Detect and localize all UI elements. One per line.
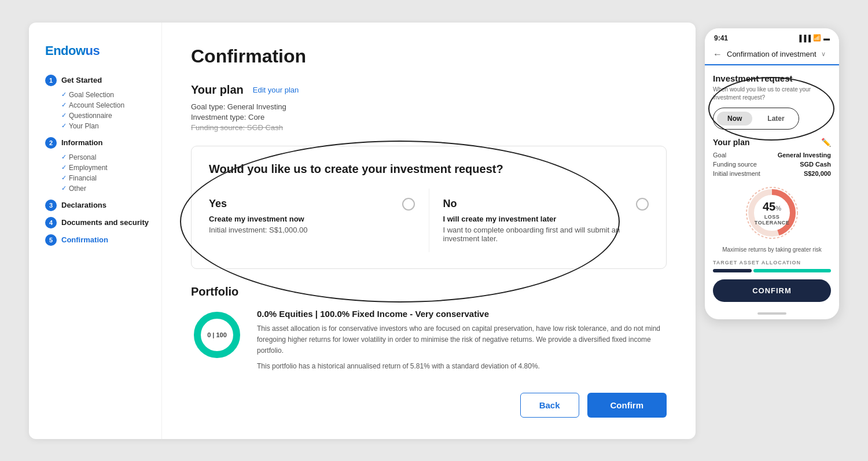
logo: Endowus [45, 43, 150, 58]
check-icon-4: ✓ [61, 122, 67, 130]
check-icon-3: ✓ [61, 112, 67, 119]
mobile-mockup: 9:41 ▐▐▐ 📶 ▬ ← Confirmation of investmen… [705, 28, 839, 319]
step-label-3: Declarations [61, 201, 106, 209]
mobile-options-row: Now Later [713, 108, 799, 130]
check-icon-5: ✓ [61, 153, 67, 161]
portfolio-desc1: This asset allocation is for conservativ… [257, 323, 667, 357]
no-option-content: No I will create my investment later I w… [443, 198, 637, 243]
status-icons: ▐▐▐ 📶 ▬ [797, 34, 830, 42]
yes-radio[interactable] [402, 198, 415, 211]
check-icon-8: ✓ [61, 185, 67, 192]
confirm-button[interactable]: Confirm [587, 393, 667, 418]
mobile-back-arrow[interactable]: ← [713, 49, 722, 60]
mobile-donut-loss-label: LOSS [755, 213, 789, 219]
mobile-donut-percent: 45 [763, 200, 775, 212]
mobile-plan-label-1: Funding source [713, 161, 757, 168]
no-subtitle: I will create my investment later [443, 215, 637, 223]
options-row: Yes Create my investment now Initial inv… [209, 189, 649, 252]
mobile-plan-value-2: S$20,000 [804, 170, 831, 177]
mobile-plan-value-0: General Investing [778, 152, 831, 158]
bottom-actions: Back Confirm [191, 393, 667, 418]
step-label-5: Confirmation [61, 235, 108, 244]
step-label-1: Get Started [61, 76, 102, 84]
mobile-investment-desc: When would you like us to create your in… [713, 86, 831, 102]
mobile-home-indicator [757, 312, 786, 315]
mobile-later-button[interactable]: Later [757, 112, 795, 126]
mobile-donut-center: 45% LOSS TOLERANCE [755, 200, 789, 225]
investment-type: Investment type: Core [191, 113, 667, 121]
portfolio-desc2: This portfolio has a historical annualis… [257, 361, 667, 372]
check-icon-6: ✓ [61, 164, 67, 171]
edit-plan-link[interactable]: Edit your plan [253, 86, 299, 94]
step-circle-2: 2 [45, 137, 57, 149]
donut-center-label: 0 | 100 [207, 331, 227, 338]
yes-option[interactable]: Yes Create my investment now Initial inv… [209, 189, 429, 252]
no-option[interactable]: No I will create my investment later I w… [429, 189, 649, 252]
yes-desc: Initial investment: S$1,000.00 [209, 226, 402, 234]
mobile-time: 9:41 [714, 34, 728, 42]
subitem-account-selection: ✓ Account Selection [61, 100, 150, 110]
mobile-nav-title: Confirmation of investment [727, 50, 816, 58]
mobile-donut-chart: 45% LOSS TOLERANCE [743, 184, 801, 242]
mobile-bar-teal [753, 269, 831, 272]
mobile-donut-super: % [775, 204, 781, 211]
nav-step-3: 3 Declarations [45, 200, 150, 211]
wifi-icon: 📶 [813, 34, 821, 42]
subitem-goal-selection: ✓ Goal Selection [61, 90, 150, 100]
mobile-your-plan: Your plan ✏️ Goal General Investing Fund… [713, 138, 831, 177]
portfolio-card: 0 | 100 0.0% Equities | 100.0% Fixed Inc… [191, 309, 667, 377]
portfolio-title: Portfolio [191, 285, 667, 298]
donut-chart: 0 | 100 [191, 309, 243, 361]
no-radio[interactable] [636, 198, 649, 211]
check-icon-7: ✓ [61, 174, 67, 182]
battery-icon: ▬ [823, 35, 830, 42]
allocation-title: 0.0% Equities | 100.0% Fixed Income - Ve… [257, 309, 667, 319]
mobile-donut-wrapper: 45% LOSS TOLERANCE [713, 184, 831, 242]
step-2-subitems: ✓ Personal ✓ Employment ✓ Financial ✓ Ot… [45, 152, 150, 194]
mobile-plan-label-2: Initial investment [713, 170, 760, 177]
goal-type: Goal type: General Investing [191, 102, 667, 111]
mobile-nav-chevron: ∨ [821, 50, 826, 58]
mobile-investment-request: Investment request When would you like u… [713, 73, 831, 130]
no-title: No [443, 198, 637, 210]
mobile-bar-dark [713, 269, 752, 272]
sidebar: Endowus 1 Get Started ✓ Goal Selection ✓… [29, 23, 162, 439]
mobile-maximize-text: Maximise returns by taking greater risk [713, 246, 831, 253]
mobile-confirm-button[interactable]: CONFIRM [713, 279, 831, 302]
plan-info: Goal type: General Investing Investment … [191, 102, 667, 132]
step-circle-1: 1 [45, 75, 57, 86]
step-circle-5: 5 [45, 234, 57, 246]
mobile-body: Investment request When would you like u… [705, 65, 839, 308]
investment-request-section: Would you like us to create your investm… [191, 146, 667, 269]
subitem-financial: ✓ Financial [61, 173, 150, 183]
subitem-employment: ✓ Employment [61, 163, 150, 173]
subitem-questionnaire: ✓ Questionnaire [61, 110, 150, 121]
yes-option-content: Yes Create my investment now Initial inv… [209, 198, 402, 234]
mobile-plan-value-1: SGD Cash [800, 161, 831, 168]
mobile-plan-label-0: Goal [713, 152, 726, 158]
mobile-plan-edit-icon[interactable]: ✏️ [821, 138, 831, 147]
subitem-other: ✓ Other [61, 183, 150, 194]
main-card: Endowus 1 Get Started ✓ Goal Selection ✓… [29, 23, 696, 439]
nav-step-4: 4 Documents and security [45, 217, 150, 228]
back-button[interactable]: Back [520, 393, 579, 418]
mobile-plan-row-1: Funding source SGD Cash [713, 161, 831, 168]
mobile-target-label: TARGET ASSET ALLOCATION [713, 260, 831, 265]
step-1-subitems: ✓ Goal Selection ✓ Account Selection ✓ Q… [45, 90, 150, 131]
step-label-2: Information [61, 138, 103, 147]
mobile-plan-header: Your plan ✏️ [713, 138, 831, 147]
no-desc: I want to complete onboarding first and … [443, 226, 637, 243]
your-plan-header: Your plan Edit your plan [191, 83, 667, 97]
step-label-4: Documents and security [61, 218, 149, 227]
step-circle-3: 3 [45, 200, 57, 211]
mobile-now-button[interactable]: Now [717, 112, 752, 126]
portfolio-section: Portfolio 0 | 100 0.0% Equities | 100.0%… [191, 285, 667, 377]
main-content: Confirmation Your plan Edit your plan Go… [162, 23, 696, 439]
logo-part2: us [86, 43, 100, 58]
subitem-personal: ✓ Personal [61, 152, 150, 163]
step-circle-4: 4 [45, 217, 57, 228]
nav-step-1: 1 Get Started ✓ Goal Selection ✓ Account… [45, 75, 150, 131]
nav-step-5: 5 Confirmation [45, 234, 150, 246]
subitem-your-plan: ✓ Your Plan [61, 121, 150, 131]
page-title: Confirmation [191, 46, 667, 67]
